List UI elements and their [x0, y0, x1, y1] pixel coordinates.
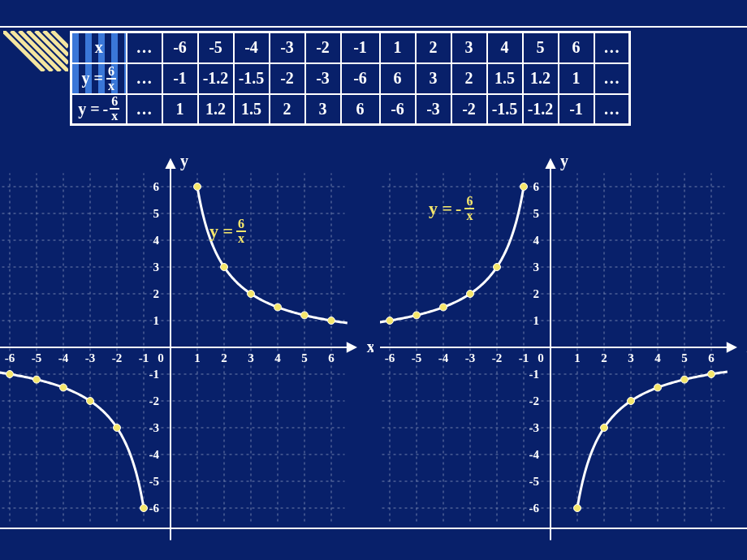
svg-text:1: 1	[533, 314, 540, 327]
svg-text:-3: -3	[529, 421, 540, 434]
svg-point-144	[708, 371, 715, 378]
svg-text:-4: -4	[529, 448, 540, 461]
svg-text:y: y	[560, 152, 568, 170]
svg-text:-4: -4	[58, 351, 69, 364]
svg-text:-2: -2	[149, 394, 160, 407]
svg-point-135	[440, 304, 447, 311]
svg-text:-1: -1	[139, 351, 149, 364]
svg-text:4: 4	[654, 351, 661, 364]
svg-text:-6: -6	[529, 502, 540, 515]
svg-text:-4: -4	[438, 351, 449, 364]
svg-text:2: 2	[153, 287, 160, 300]
svg-text:3: 3	[533, 261, 540, 274]
svg-text:-5: -5	[149, 475, 160, 488]
svg-text:-2: -2	[529, 394, 540, 407]
svg-point-137	[494, 264, 501, 271]
svg-point-75	[140, 505, 148, 512]
svg-text:4: 4	[533, 234, 540, 247]
svg-text:2: 2	[221, 351, 227, 364]
svg-point-136	[467, 291, 474, 298]
svg-point-134	[413, 312, 421, 319]
svg-text:-3: -3	[85, 351, 96, 364]
svg-point-74	[114, 424, 121, 432]
svg-point-138	[520, 183, 528, 191]
svg-text:-6: -6	[385, 351, 395, 364]
svg-text:1: 1	[574, 351, 581, 364]
x-header: x	[95, 38, 103, 57]
svg-text:-4: -4	[149, 448, 160, 461]
svg-text:3: 3	[153, 261, 160, 274]
svg-text:0: 0	[538, 351, 544, 364]
svg-text:-3: -3	[465, 351, 476, 364]
svg-marker-35	[348, 343, 356, 351]
svg-text:3: 3	[248, 351, 254, 364]
corner-hatch-decoration	[3, 31, 68, 71]
svg-point-139	[574, 505, 581, 512]
svg-point-142	[654, 384, 662, 391]
svg-point-65	[221, 264, 228, 271]
svg-marker-36	[166, 160, 175, 168]
svg-text:-6: -6	[5, 351, 15, 364]
svg-text:-5: -5	[32, 351, 42, 364]
svg-text:2: 2	[601, 351, 607, 364]
svg-marker-105	[546, 160, 555, 168]
svg-marker-104	[728, 343, 736, 351]
svg-point-64	[194, 183, 201, 191]
svg-text:-3: -3	[149, 421, 160, 434]
svg-text:3: 3	[628, 351, 634, 364]
svg-text:5: 5	[533, 207, 540, 220]
svg-text:1: 1	[194, 351, 201, 364]
table-row-y1: y = 6x … -1-1.2 -1.5-2 -3-6 63 21.5 1.21…	[71, 63, 630, 94]
svg-text:4: 4	[274, 351, 281, 364]
svg-text:6: 6	[328, 351, 335, 364]
formula-right: y = - 6x	[429, 195, 474, 222]
table-row-y2: y = - 6x … 11.2 1.52 36 -6-3 -2-1.5 -1.2…	[71, 94, 630, 125]
svg-text:y: y	[180, 152, 188, 170]
svg-text:0: 0	[158, 351, 164, 364]
table-row-x: x … -6-5 -4-3 -2-1 12 34 56 …	[71, 32, 630, 63]
svg-text:5: 5	[153, 207, 160, 220]
top-rule	[0, 11, 747, 28]
svg-text:6: 6	[153, 180, 160, 193]
svg-text:-1: -1	[519, 351, 529, 364]
svg-text:x: x	[367, 338, 374, 355]
data-table: x … -6-5 -4-3 -2-1 12 34 56 … y = 6x … -…	[70, 31, 631, 126]
chart-left: -6-5-4-3-2-1123456123456-1-2-3-4-5-60xy …	[0, 138, 374, 560]
svg-text:-5: -5	[412, 351, 422, 364]
svg-point-143	[681, 376, 689, 383]
svg-text:-6: -6	[149, 502, 160, 515]
svg-text:1: 1	[153, 314, 160, 327]
svg-point-68	[301, 312, 309, 319]
svg-point-66	[248, 291, 255, 298]
svg-text:6: 6	[708, 351, 715, 364]
svg-point-72	[60, 384, 67, 391]
svg-text:-1: -1	[529, 368, 540, 381]
chart-right: -6-5-4-3-2-1123456123456-1-2-3-4-5-60xy …	[380, 138, 747, 560]
svg-text:2: 2	[533, 287, 540, 300]
svg-point-73	[87, 398, 94, 405]
svg-point-141	[628, 398, 635, 405]
svg-point-133	[386, 317, 394, 325]
svg-text:-2: -2	[492, 351, 503, 364]
formula-left: y = 6x	[209, 218, 246, 245]
svg-text:-2: -2	[112, 351, 123, 364]
svg-point-67	[274, 304, 282, 311]
svg-text:4: 4	[153, 234, 160, 247]
svg-text:5: 5	[301, 351, 308, 364]
svg-point-71	[33, 376, 41, 383]
svg-point-69	[328, 317, 335, 325]
svg-text:-5: -5	[529, 475, 540, 488]
svg-text:5: 5	[681, 351, 688, 364]
svg-point-140	[601, 424, 608, 432]
bottom-rule	[0, 528, 747, 529]
svg-text:-1: -1	[149, 368, 160, 381]
svg-text:6: 6	[533, 180, 540, 193]
svg-point-70	[6, 371, 14, 378]
